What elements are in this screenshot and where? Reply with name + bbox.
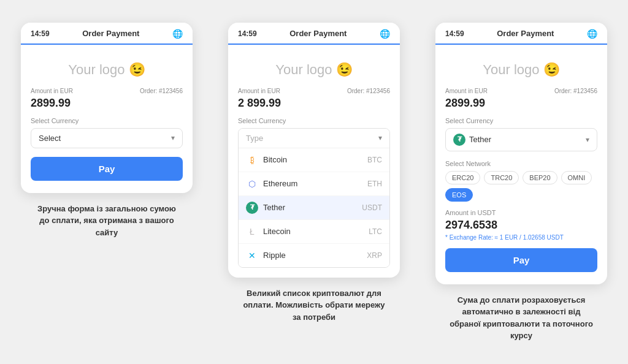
chevron-down-icon-3: ▾: [586, 135, 589, 144]
ripple-name: Ripple: [263, 251, 286, 260]
ethereum-ticker: ETH: [367, 180, 382, 188]
status-title-2: Order Payment: [289, 29, 347, 38]
bitcoin-icon: ₿: [246, 154, 258, 166]
phone-body-3: Your logo 😉 Amount in EUR Order: #123456…: [435, 45, 607, 284]
ethereum-icon: ⬡: [246, 178, 258, 190]
status-title-3: Order Payment: [497, 29, 554, 38]
currency-dropdown-1[interactable]: Select ▾: [31, 128, 183, 148]
currency-dropdown-open-2: Type ▾ ₿ Bitcoin BTC: [238, 128, 390, 268]
crypto-item-litecoin[interactable]: Ł Litecoin LTC: [239, 220, 389, 244]
pay-button-1[interactable]: Pay: [31, 157, 183, 181]
logo-area-3: Your logo 😉: [445, 55, 597, 88]
bitcoin-ticker: BTC: [367, 156, 382, 164]
tether-selected-icon: ₮: [453, 134, 465, 146]
order-label-3: Order: #123456: [554, 88, 597, 94]
order-label-1: Order: #123456: [140, 88, 183, 94]
logo-text-2: Your logo 😉: [275, 62, 352, 77]
status-bar-1: 14:59 Order Payment 🌐: [31, 29, 183, 39]
order-label-2: Order: #123456: [347, 88, 390, 94]
select-currency-label-2: Select Currency: [238, 117, 390, 124]
dropdown-type-row[interactable]: Type ▾: [239, 129, 389, 148]
crypto-item-tether[interactable]: ₮ Tether USDT: [239, 196, 389, 220]
status-bar-2: 14:59 Order Payment 🌐: [238, 29, 390, 39]
status-time-1: 14:59: [31, 29, 50, 38]
litecoin-ticker: LTC: [369, 227, 382, 236]
phone-card-1: 14:59 Order Payment 🌐 Your logo 😉 Amount…: [21, 23, 193, 193]
network-options-3: ERC20 TRC20 BEP20 OMNI EOS: [445, 171, 597, 202]
network-bep20[interactable]: BEP20: [523, 171, 557, 184]
dropdown-selected-text-3: Tether: [469, 135, 491, 144]
globe-icon-3: 🌐: [587, 29, 597, 39]
network-erc20[interactable]: ERC20: [445, 171, 480, 184]
tether-name: Tether: [263, 203, 285, 212]
description-1: Зручна форма із загальною сумою до сплат…: [33, 203, 180, 239]
status-time-3: 14:59: [445, 29, 464, 38]
amount-label-2: Amount in EUR: [238, 88, 280, 94]
phone-card-2: 14:59 Order Payment 🌐 Your logo 😉 Amount…: [228, 23, 400, 278]
network-label-3: Select Network: [445, 160, 597, 167]
chevron-down-icon-2: ▾: [378, 134, 382, 142]
main-container: 14:59 Order Payment 🌐 Your logo 😉 Amount…: [12, 23, 616, 342]
select-currency-label-1: Select Currency: [31, 117, 183, 124]
logo-text-3: Your logo 😉: [483, 62, 559, 77]
tether-ticker: USDT: [362, 203, 382, 212]
logo-area-1: Your logo 😉: [31, 55, 183, 88]
panel-2: 14:59 Order Payment 🌐 Your logo 😉 Amount…: [220, 23, 408, 324]
crypto-item-ripple[interactable]: ✕ Ripple XRP: [239, 244, 389, 267]
description-3: Сума до сплати розраховується автоматичн…: [448, 294, 595, 342]
crypto-left-tether: ₮ Tether: [246, 202, 285, 214]
exchange-rate-3: * Exchange Rate: ≈ 1 EUR / 1.02658 USDT: [445, 234, 597, 241]
crypto-item-ethereum[interactable]: ⬡ Ethereum ETH: [239, 172, 389, 196]
network-omni[interactable]: OMNI: [561, 171, 592, 184]
panel-1: 14:59 Order Payment 🌐 Your logo 😉 Amount…: [12, 23, 201, 239]
crypto-left-litecoin: Ł Litecoin: [246, 226, 291, 238]
phone-header-2: 14:59 Order Payment 🌐: [228, 23, 400, 45]
chevron-down-icon-1: ▾: [171, 134, 175, 142]
crypto-left-bitcoin: ₿ Bitcoin: [246, 154, 287, 166]
tether-icon: ₮: [246, 202, 258, 214]
crypto-item-bitcoin[interactable]: ₿ Bitcoin BTC: [239, 148, 389, 172]
amount-row-2: Amount in EUR Order: #123456: [238, 88, 390, 94]
network-trc20[interactable]: TRC20: [484, 171, 519, 184]
litecoin-icon: Ł: [246, 226, 258, 238]
crypto-left-ethereum: ⬡ Ethereum: [246, 178, 297, 190]
amount-row-3: Amount in EUR Order: #123456: [445, 88, 597, 94]
globe-icon-1: 🌐: [172, 29, 183, 39]
ripple-icon: ✕: [246, 249, 258, 262]
panel-3: 14:59 Order Payment 🌐 Your logo 😉 Amount…: [427, 23, 616, 342]
ethereum-name: Ethereum: [263, 179, 297, 188]
bitcoin-name: Bitcoin: [263, 155, 287, 164]
amount-value-3: 2899.99: [445, 97, 597, 110]
phone-card-3: 14:59 Order Payment 🌐 Your logo 😉 Amount…: [435, 23, 607, 284]
globe-icon-2: 🌐: [380, 29, 390, 39]
phone-body-2: Your logo 😉 Amount in EUR Order: #123456…: [228, 45, 400, 278]
status-bar-3: 14:59 Order Payment 🌐: [445, 29, 597, 39]
status-title-1: Order Payment: [82, 29, 139, 38]
description-2: Великий список криптовалют для оплати. М…: [240, 287, 388, 324]
crypto-left-ripple: ✕ Ripple: [246, 249, 286, 262]
logo-area-2: Your logo 😉: [238, 55, 390, 88]
network-eos[interactable]: EOS: [445, 188, 473, 202]
status-time-2: 14:59: [238, 29, 257, 38]
amount-row-1: Amount in EUR Order: #123456: [31, 88, 183, 94]
pay-button-3[interactable]: Pay: [445, 248, 597, 272]
litecoin-name: Litecoin: [263, 227, 291, 236]
amount-value-2: 2 899.99: [238, 97, 390, 110]
dropdown-text-1: Select: [39, 134, 61, 143]
dropdown-type-text: Type: [246, 134, 263, 143]
amount-usdt-label-3: Amount in USDT: [445, 209, 597, 216]
ripple-ticker: XRP: [367, 251, 382, 260]
select-currency-label-3: Select Currency: [445, 117, 597, 124]
currency-dropdown-3[interactable]: ₮ Tether ▾: [445, 128, 597, 151]
amount-usdt-value-3: 2974.6538: [445, 219, 597, 232]
crypto-list: ₿ Bitcoin BTC ⬡ Ethereum ETH: [239, 148, 389, 267]
amount-label-3: Amount in EUR: [445, 88, 488, 94]
logo-text-1: Your logo 😉: [68, 62, 145, 77]
amount-label-1: Amount in EUR: [31, 88, 73, 94]
phone-header-3: 14:59 Order Payment 🌐: [435, 23, 607, 45]
phone-header-1: 14:59 Order Payment 🌐: [21, 23, 193, 45]
phone-body-1: Your logo 😉 Amount in EUR Order: #123456…: [21, 45, 193, 193]
amount-value-1: 2899.99: [31, 97, 183, 110]
